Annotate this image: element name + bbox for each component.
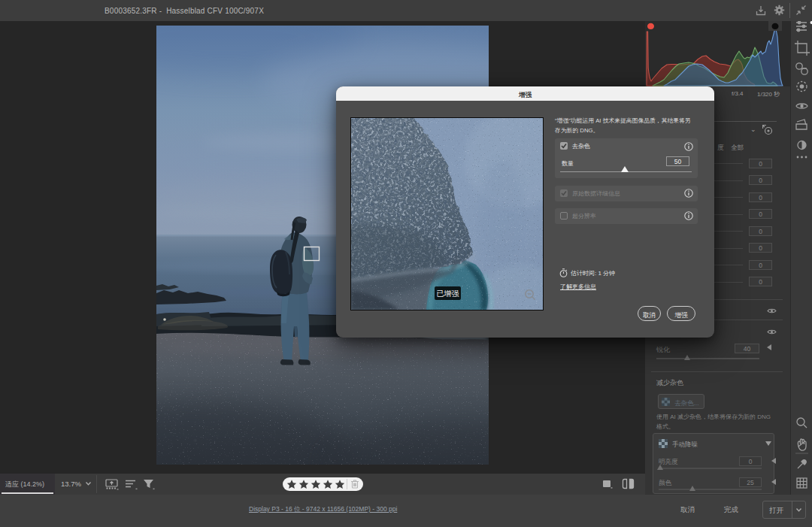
svg-text:已增强: 已增强: [437, 289, 459, 298]
